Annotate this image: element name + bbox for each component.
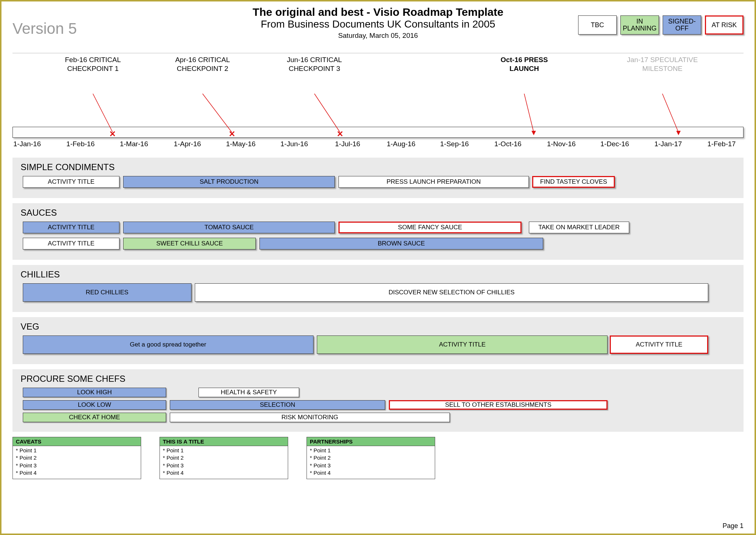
activity[interactable]: Get a good spread together	[23, 335, 313, 354]
footer-body: * Point 1* Point 2* Point 3* Point 4	[13, 446, 141, 479]
tick-label: 1-Sep-16	[440, 140, 469, 148]
lane: VEGGet a good spread togetherACTIVITY TI…	[12, 317, 744, 364]
footer-boxes: CAVEATS* Point 1* Point 2* Point 3* Poin…	[12, 437, 744, 479]
activity[interactable]: RISK MONITORING	[170, 413, 450, 422]
lane-row: CHECK AT HOMERISK MONITORING	[19, 413, 737, 424]
timeline: ✕✕✕ 1-Jan-161-Feb-161-Mar-161-Apr-161-Ma…	[12, 53, 744, 152]
tick-label: 1-Jul-16	[335, 140, 361, 148]
footer-point: * Point 3	[163, 462, 285, 469]
header: Version 5 The original and best - Visio …	[1, 1, 755, 53]
activity[interactable]: SELL TO OTHER ESTABLISHMENTS	[389, 400, 608, 410]
lane-row: LOOK LOWSELECTIONSELL TO OTHER ESTABLISH…	[19, 400, 737, 411]
footer-point: * Point 4	[310, 469, 432, 477]
footer-point: * Point 1	[16, 447, 138, 454]
lane-row: ACTIVITY TITLESALT PRODUCTIONPRESS LAUNC…	[19, 176, 737, 190]
activity[interactable]: LOOK HIGH	[23, 388, 166, 397]
tick-label: 1-Oct-16	[494, 140, 522, 148]
footer-title: PARTNERSHIPS	[307, 437, 435, 446]
lane-row: ACTIVITY TITLETOMATO SAUCESOME FANCY SAU…	[19, 222, 737, 236]
footer-box: THIS IS A TITLE* Point 1* Point 2* Point…	[160, 437, 288, 479]
tick-label: 1-Dec-16	[601, 140, 629, 148]
footer-point: * Point 4	[16, 469, 138, 477]
lane-title: SAUCES	[21, 208, 737, 218]
footer-point: * Point 2	[16, 454, 138, 462]
lane: PROCURE SOME CHEFSLOOK HIGHHEALTH & SAFE…	[12, 369, 744, 432]
tick-label: 1-Aug-16	[387, 140, 415, 148]
tick-label: 1-Apr-16	[174, 140, 201, 148]
activity[interactable]: TOMATO SAUCE	[123, 222, 335, 233]
footer-body: * Point 1* Point 2* Point 3* Point 4	[307, 446, 435, 479]
tick-label: 1-Nov-16	[547, 140, 576, 148]
activity[interactable]: PRESS LAUNCH PREPARATION	[338, 176, 529, 188]
activity[interactable]: ACTIVITY TITLE	[23, 222, 120, 233]
footer-point: * Point 1	[163, 447, 285, 454]
activity[interactable]: RED CHILLIES	[23, 283, 191, 302]
lane: SAUCESACTIVITY TITLETOMATO SAUCESOME FAN…	[12, 203, 744, 260]
footer-point: * Point 1	[310, 447, 432, 454]
tick-label: 1-Feb-16	[67, 140, 95, 148]
legend-tbc: TBC	[578, 15, 617, 35]
lane-title: VEG	[21, 322, 737, 332]
activity[interactable]: HEALTH & SAFETY	[198, 388, 299, 397]
milestone-label: Jun-16 CRITICAL CHECKPOINT 3	[277, 55, 351, 73]
lane: CHILLIESRED CHILLIESDISCOVER NEW SELECTI…	[12, 265, 744, 312]
tick-label: 1-Feb-17	[707, 140, 736, 148]
activity[interactable]: ACTIVITY TITLE	[23, 176, 120, 188]
milestone-label: Jan-17 SPECULATIVE MILESTONE	[626, 55, 699, 73]
legend-planning: IN PLANNING	[620, 15, 659, 35]
page-number: Page 1	[723, 522, 744, 530]
activity[interactable]: LOOK LOW	[23, 400, 166, 410]
milestone-label: Feb-16 CRITICAL CHECKPOINT 1	[56, 55, 130, 73]
version-label: Version 5	[12, 20, 77, 37]
activity[interactable]: BROWN SAUCE	[259, 238, 543, 249]
lane-title: PROCURE SOME CHEFS	[21, 374, 737, 384]
footer-title: CAVEATS	[13, 437, 141, 446]
lane-row: LOOK HIGHHEALTH & SAFETY	[19, 388, 737, 399]
tick-label: 1-May-16	[226, 140, 255, 148]
activity[interactable]: CHECK AT HOME	[23, 413, 166, 422]
activity[interactable]: SOME FANCY SAUCE	[338, 222, 522, 233]
footer-box: PARTNERSHIPS* Point 1* Point 2* Point 3*…	[307, 437, 435, 479]
legend: TBC IN PLANNING SIGNED- OFF AT RISK	[578, 15, 744, 35]
lane-row: RED CHILLIESDISCOVER NEW SELECTION OF CH…	[19, 283, 737, 304]
tick-label: 1-Jan-17	[654, 140, 682, 148]
lane-title: CHILLIES	[21, 269, 737, 280]
lane: SIMPLE CONDIMENTSACTIVITY TITLESALT PROD…	[12, 158, 744, 198]
tick-label: 1-Jun-16	[280, 140, 308, 148]
footer-box: CAVEATS* Point 1* Point 2* Point 3* Poin…	[12, 437, 141, 479]
lane-row: Get a good spread togetherACTIVITY TITLE…	[19, 335, 737, 356]
legend-risk: AT RISK	[705, 15, 744, 35]
activity[interactable]: ACTIVITY TITLE	[23, 238, 120, 249]
footer-point: * Point 4	[163, 469, 285, 477]
footer-point: * Point 3	[310, 462, 432, 469]
footer-title: THIS IS A TITLE	[160, 437, 288, 446]
footer-point: * Point 2	[163, 454, 285, 462]
timeline-bar	[12, 127, 744, 138]
activity[interactable]: SWEET CHILLI SAUCE	[123, 238, 256, 249]
footer-point: * Point 2	[310, 454, 432, 462]
tick-label: 1-Jan-16	[13, 140, 41, 148]
lane-row: ACTIVITY TITLESWEET CHILLI SAUCEBROWN SA…	[19, 238, 737, 252]
legend-signed: SIGNED- OFF	[663, 15, 701, 35]
activity[interactable]: SELECTION	[170, 400, 385, 410]
activity[interactable]: ACTIVITY TITLE	[317, 335, 608, 354]
lane-title: SIMPLE CONDIMENTS	[21, 162, 737, 172]
milestone-label: Apr-16 CRITICAL CHECKPOINT 2	[166, 55, 239, 73]
milestone-label: Oct-16 PRESS LAUNCH	[487, 55, 561, 73]
footer-body: * Point 1* Point 2* Point 3* Point 4	[160, 446, 288, 479]
activity[interactable]: SALT PRODUCTION	[123, 176, 335, 188]
activity[interactable]: TAKE ON MARKET LEADER	[529, 222, 629, 233]
activity[interactable]: ACTIVITY TITLE	[610, 335, 708, 354]
tick-label: 1-Mar-16	[120, 140, 148, 148]
footer-point: * Point 3	[16, 462, 138, 469]
activity[interactable]: FIND TASTEY CLOVES	[532, 176, 615, 188]
activity[interactable]: DISCOVER NEW SELECTION OF CHILLIES	[195, 283, 708, 302]
